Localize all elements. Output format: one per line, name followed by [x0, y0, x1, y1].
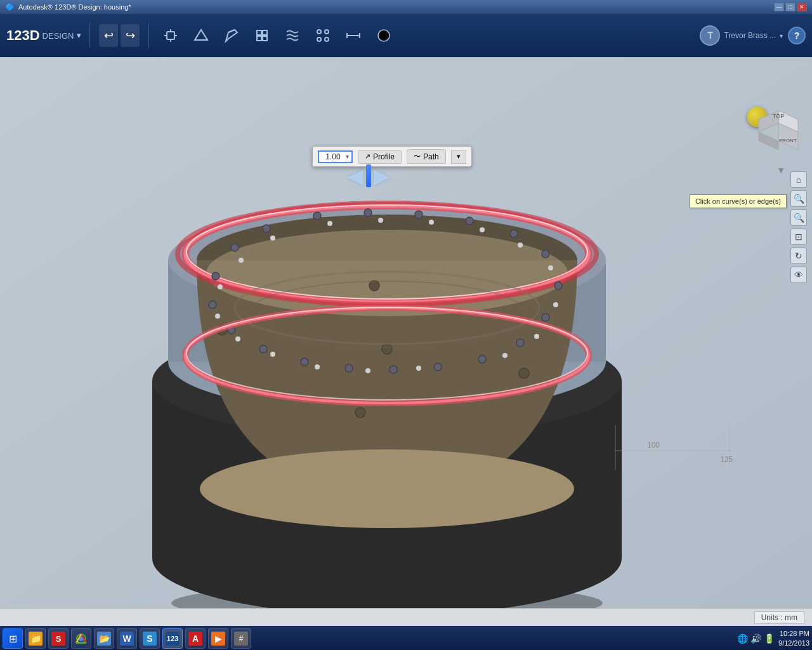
- user-dropdown-arrow[interactable]: ▾: [780, 32, 783, 39]
- viewcube[interactable]: TOP FRONT ▼: [746, 105, 803, 169]
- toolbar-transform[interactable]: [158, 21, 183, 50]
- close-button[interactable]: ✕: [797, 3, 807, 11]
- svg-point-75: [215, 314, 220, 319]
- logo-123d: 123D: [6, 27, 40, 44]
- taskbar-chrome-button[interactable]: [71, 628, 91, 649]
- sweep-right-arrow[interactable]: ▶: [374, 164, 390, 188]
- taskbar-skype-button[interactable]: S: [140, 628, 160, 649]
- view-home-button[interactable]: ⌂: [790, 171, 807, 188]
- svg-point-61: [327, 221, 332, 226]
- fit-view-button[interactable]: ⊡: [790, 229, 807, 245]
- autodesk-icon: 123: [166, 632, 180, 646]
- svg-text:FRONT: FRONT: [779, 138, 797, 143]
- svg-point-44: [434, 363, 442, 371]
- sweep-value[interactable]: 1.00: [322, 152, 344, 161]
- svg-point-27: [200, 449, 574, 528]
- svg-point-67: [553, 302, 558, 307]
- logo-dropdown-arrow[interactable]: ▾: [77, 31, 81, 40]
- sweep-left-arrow[interactable]: ◀: [348, 164, 363, 188]
- svg-point-63: [429, 220, 434, 225]
- maximize-button[interactable]: □: [785, 3, 796, 11]
- minimize-button[interactable]: —: [774, 3, 784, 11]
- solidworks-icon: S: [51, 632, 65, 646]
- sweep-profile-button[interactable]: ↗ Profile: [358, 150, 402, 164]
- svg-point-47: [301, 358, 308, 366]
- svg-point-45: [390, 366, 397, 373]
- toolbar-material[interactable]: [371, 21, 396, 50]
- svg-point-41: [542, 314, 549, 321]
- svg-point-74: [235, 336, 240, 342]
- taskbar-autodesk-button[interactable]: 123: [162, 628, 183, 649]
- tray-volume-icon[interactable]: 🔊: [750, 633, 761, 644]
- toolbar-construct[interactable]: [249, 21, 275, 50]
- sweep-handle[interactable]: [366, 164, 371, 187]
- viewcube-cube[interactable]: TOP FRONT: [755, 108, 802, 156]
- undo-button[interactable]: ↩: [99, 24, 118, 47]
- svg-point-36: [415, 211, 422, 218]
- sweep-direction-arrows: ◀ ▶: [348, 164, 390, 188]
- tray-battery-icon[interactable]: 🔋: [764, 633, 775, 644]
- toolbar-pattern[interactable]: [310, 21, 336, 50]
- taskbar: ⊞ 📁 S 📂 W S 123 A: [0, 626, 812, 650]
- viewport[interactable]: 100 125 1.00 ▾ ↗ Profile 〜 Path ▾ ◀ ▶: [0, 57, 812, 608]
- sweep-value-container: 1.00 ▾: [318, 150, 353, 163]
- toolbar-modify[interactable]: [280, 21, 305, 50]
- svg-point-46: [345, 364, 353, 372]
- svg-point-62: [378, 218, 383, 223]
- rotate-button[interactable]: ↻: [790, 248, 807, 264]
- units-label[interactable]: Units : mm: [754, 611, 804, 624]
- undo-redo-group: ↩ ↪: [99, 24, 140, 47]
- taskbar-word-button[interactable]: W: [117, 628, 137, 649]
- statusbar: Units : mm: [0, 608, 812, 626]
- svg-point-14: [325, 37, 329, 41]
- redo-button[interactable]: ↪: [121, 24, 140, 47]
- help-button[interactable]: ?: [788, 27, 806, 44]
- taskbar-start-button[interactable]: ⊞: [3, 628, 23, 649]
- view-options-button[interactable]: 👁: [790, 267, 807, 283]
- toolbar-divider: [89, 23, 90, 48]
- sweep-dropdown-arrow[interactable]: ▾: [346, 153, 349, 160]
- calc-icon: #: [234, 632, 248, 646]
- toolbar: 123D DESIGN ▾ ↩ ↪: [0, 14, 812, 57]
- viewport-tooltip: Click on curve(s) or edge(s): [690, 194, 787, 208]
- sweep-options-button[interactable]: ▾: [451, 150, 466, 164]
- user-name: Trevor Brass ...: [724, 31, 776, 40]
- taskbar-folder-button[interactable]: 📂: [94, 628, 114, 649]
- svg-rect-10: [263, 36, 267, 41]
- svg-point-71: [365, 368, 370, 373]
- svg-point-35: [364, 209, 372, 216]
- taskbar-solidworks-button[interactable]: S: [48, 628, 69, 649]
- zoom-in-button[interactable]: 🔍: [790, 190, 807, 207]
- svg-point-12: [325, 30, 329, 34]
- svg-marker-5: [195, 30, 207, 40]
- user-area[interactable]: T Trevor Brass ... ▾: [700, 25, 783, 46]
- toolbar-sketch[interactable]: [219, 21, 244, 50]
- toolbar-primitives[interactable]: [188, 21, 214, 50]
- svg-point-73: [270, 352, 275, 357]
- taskbar-explorer-button[interactable]: 📁: [25, 628, 46, 649]
- svg-point-56: [519, 368, 529, 378]
- svg-text:125: 125: [720, 455, 733, 464]
- taskbar-calc-button[interactable]: #: [231, 628, 251, 649]
- taskbar-vlc-button[interactable]: ▶: [208, 628, 228, 649]
- svg-point-13: [317, 37, 321, 41]
- start-icon: ⊞: [9, 633, 17, 645]
- app-icon: 🔷: [5, 3, 15, 11]
- svg-rect-7: [257, 30, 261, 35]
- toolbar-right: T Trevor Brass ... ▾ ?: [700, 25, 806, 46]
- taskbar-adobe-button[interactable]: A: [185, 628, 206, 649]
- viewcube-scroll-down[interactable]: ▼: [776, 165, 785, 175]
- svg-marker-89: [759, 132, 778, 150]
- svg-point-52: [231, 244, 239, 251]
- svg-rect-9: [257, 36, 261, 41]
- folder-icon: 📂: [97, 632, 111, 646]
- sweep-path-button[interactable]: 〜 Path: [407, 149, 446, 164]
- system-tray: 🌐 🔊 🔋: [737, 633, 775, 644]
- svg-text:TOP: TOP: [773, 113, 784, 119]
- system-clock[interactable]: 10:28 PM 9/12/2013: [778, 629, 809, 649]
- explorer-icon: 📁: [29, 632, 43, 646]
- zoom-out-button[interactable]: 🔍: [790, 209, 807, 226]
- svg-point-70: [416, 366, 421, 371]
- toolbar-measure[interactable]: [341, 21, 366, 50]
- tray-network-icon[interactable]: 🌐: [737, 633, 748, 644]
